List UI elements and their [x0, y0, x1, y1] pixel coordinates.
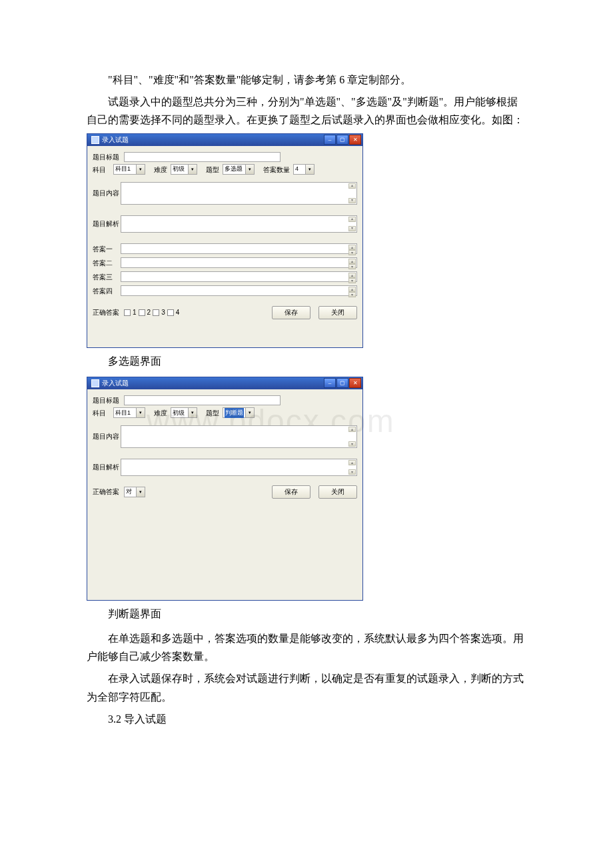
difficulty-select[interactable]: 初级▾: [171, 407, 197, 418]
paragraph-question-types: 试题录入中的题型总共分为三种，分别为"单选题"、"多选题"及"判断题"。用户能够…: [87, 93, 526, 129]
window-multi-titlebar[interactable]: 录入试题 – ▢ ✕: [87, 134, 362, 146]
difficulty-select[interactable]: 初级▾: [171, 164, 197, 175]
label-analysis: 题目解析: [93, 218, 121, 229]
label-type: 题型: [206, 407, 219, 419]
label-ans3: 答案三: [93, 271, 121, 283]
label-title: 题目标题: [93, 151, 121, 163]
maximize-button[interactable]: ▢: [336, 135, 348, 145]
label-ans2: 答案二: [93, 257, 121, 269]
maximize-button[interactable]: ▢: [336, 378, 348, 388]
minimize-button[interactable]: –: [324, 378, 336, 388]
subject-select[interactable]: 科目1▾: [113, 407, 145, 418]
window-icon: [91, 136, 99, 144]
checkbox-3[interactable]: [153, 309, 159, 316]
ans-count-select[interactable]: 4▾: [293, 164, 314, 175]
caption-multi-choice: 多选题界面: [87, 352, 526, 370]
label-subject: 科目: [93, 164, 110, 175]
label-correct: 正确答案: [93, 307, 121, 318]
window-judge-titlebar[interactable]: 录入试题 – ▢ ✕: [87, 377, 362, 389]
label-content: 题目内容: [93, 431, 121, 442]
label-type: 题型: [206, 164, 219, 175]
window-multi-choice: 录入试题 – ▢ ✕ 题目标题 科目 科目1▾ 难度 初级▾ 题型 多选题▾ 答…: [87, 133, 363, 348]
answer3-input[interactable]: ▴▾: [121, 271, 357, 282]
document-page: "科目"、"难度"和"答案数量"能够定制，请参考第 6 章定制部分。 试题录入中…: [0, 0, 613, 868]
analysis-textarea[interactable]: ▴▾: [121, 215, 357, 233]
label-difficulty: 难度: [154, 407, 167, 419]
chevron-down-icon: ▾: [136, 408, 145, 417]
close-button[interactable]: 关闭: [318, 485, 357, 499]
save-button[interactable]: 保存: [272, 306, 310, 319]
subject-select[interactable]: 科目1▾: [113, 164, 145, 175]
correct-answer-checkbox-group: 1 2 3 4: [124, 307, 179, 318]
checkbox-4-label: 4: [176, 307, 180, 318]
answer2-input[interactable]: ▴▾: [121, 257, 357, 268]
label-title: 题目标题: [93, 395, 121, 406]
window-judge-title: 录入试题: [102, 377, 129, 389]
label-correct: 正确答案: [93, 486, 121, 497]
checkbox-2[interactable]: [139, 309, 145, 316]
label-subject: 科目: [93, 407, 110, 419]
paragraph-dup-check: 在录入试题保存时，系统会对试题进行判断，以确定是否有重复的试题录入，判断的方式为…: [87, 669, 526, 705]
chevron-down-icon: ▾: [136, 165, 145, 174]
close-button[interactable]: 关闭: [318, 306, 357, 319]
chevron-down-icon: ▾: [245, 165, 254, 174]
correct-answer-select[interactable]: 对▾: [124, 487, 145, 497]
answer1-input[interactable]: ▴▾: [121, 243, 357, 254]
close-window-button[interactable]: ✕: [349, 378, 361, 388]
chevron-down-icon: ▾: [245, 408, 254, 417]
answer4-input[interactable]: ▴▾: [121, 285, 357, 296]
caption-judge: 判断题界面: [87, 605, 526, 623]
paragraph-answer-count: 在单选题和多选题中，答案选项的数量是能够改变的，系统默认最多为四个答案选项。用户…: [87, 629, 526, 665]
checkbox-1[interactable]: [124, 309, 131, 316]
checkbox-2-label: 2: [147, 307, 151, 318]
close-window-button[interactable]: ✕: [349, 135, 361, 145]
chevron-down-icon: ▾: [188, 408, 197, 417]
window-multi-title: 录入试题: [102, 134, 129, 145]
minimize-button[interactable]: –: [324, 135, 336, 145]
type-select[interactable]: 判断题▾: [223, 407, 255, 418]
save-button[interactable]: 保存: [272, 485, 310, 499]
content-textarea[interactable]: ▴▾: [121, 182, 357, 205]
label-ans-count: 答案数量: [263, 164, 290, 175]
type-select[interactable]: 多选题▾: [223, 164, 255, 175]
chevron-down-icon: ▾: [305, 165, 314, 174]
window-icon: [91, 379, 99, 387]
window-judge: 录入试题 – ▢ ✕ 题目标题 科目 科目1▾ 难度 初级▾: [87, 377, 363, 601]
label-difficulty: 难度: [154, 164, 167, 175]
checkbox-4[interactable]: [167, 309, 174, 316]
paragraph-customization-note: "科目"、"难度"和"答案数量"能够定制，请参考第 6 章定制部分。: [87, 71, 526, 89]
section-3-2-heading: 3.2 导入试题: [87, 710, 526, 728]
label-content: 题目内容: [93, 187, 121, 199]
title-input[interactable]: [124, 395, 281, 405]
title-input[interactable]: [124, 152, 281, 162]
chevron-down-icon: ▾: [136, 487, 145, 497]
label-ans1: 答案一: [93, 243, 121, 255]
content-textarea[interactable]: ▴▾: [121, 425, 357, 448]
checkbox-1-label: 1: [133, 307, 137, 318]
label-analysis: 题目解析: [93, 461, 121, 473]
checkbox-3-label: 3: [161, 307, 165, 318]
analysis-textarea[interactable]: ▴▾: [121, 459, 357, 476]
label-ans4: 答案四: [93, 285, 121, 297]
chevron-down-icon: ▾: [188, 165, 197, 174]
